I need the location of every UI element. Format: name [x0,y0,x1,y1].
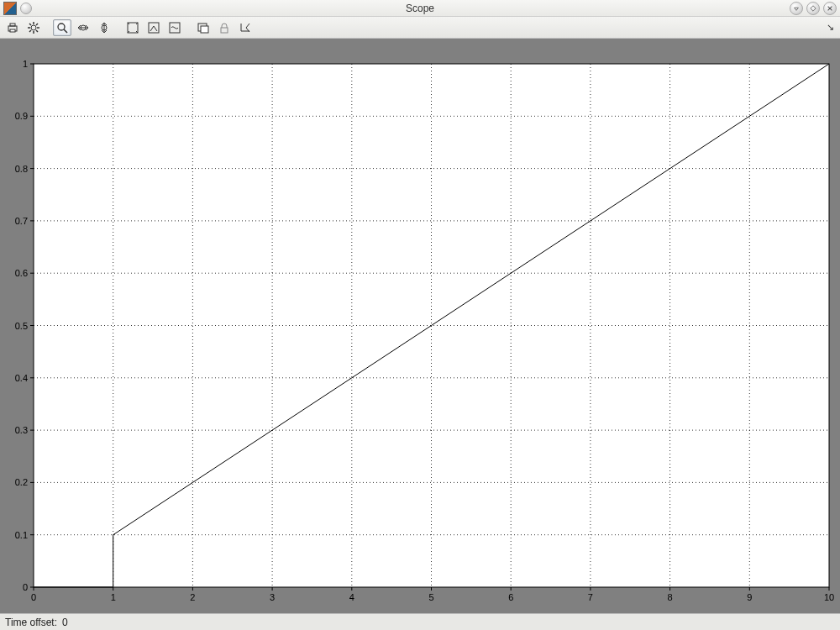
svg-text:2: 2 [190,592,195,602]
svg-rect-23 [221,28,228,33]
bullet-icon [20,3,32,14]
zoom-x-button[interactable] [74,19,92,36]
svg-rect-1 [10,24,15,26]
svg-text:0.8: 0.8 [15,164,28,174]
toolbar-overflow-button[interactable]: ↘ [823,19,837,36]
svg-text:0.6: 0.6 [15,268,28,278]
svg-line-8 [29,24,31,25]
svg-text:4: 4 [349,592,354,602]
parameters-button[interactable] [24,19,43,36]
zoom-x-icon [76,21,90,34]
svg-line-11 [36,24,38,25]
svg-line-10 [29,30,31,32]
svg-point-12 [58,24,65,30]
svg-text:0.5: 0.5 [15,321,28,331]
save-axes-icon [147,21,160,34]
time-offset-value: 0 [62,617,68,628]
floating-scope-button[interactable] [194,19,213,36]
scope-area: 01234567891000.10.20.30.40.50.60.70.80.9… [0,39,840,613]
svg-text:0.9: 0.9 [15,111,28,121]
window-title: Scope [0,3,840,14]
scope-chart[interactable]: 01234567891000.10.20.30.40.50.60.70.80.9… [0,39,840,613]
svg-text:6: 6 [508,592,513,602]
time-offset-label: Time offset: [5,617,57,628]
svg-text:0: 0 [31,592,36,602]
svg-text:0.3: 0.3 [15,425,28,435]
lock-icon [218,21,231,34]
svg-text:10: 10 [824,592,834,602]
svg-rect-19 [149,23,159,33]
close-button[interactable] [823,2,837,15]
svg-text:7: 7 [588,592,593,602]
maximize-button[interactable] [806,2,820,15]
zoom-button[interactable] [53,19,71,36]
svg-rect-22 [201,26,208,33]
floating-scope-icon [197,21,210,34]
overflow-icon: ↘ [827,22,834,33]
gear-icon [27,21,40,34]
restore-axes-icon [168,21,181,34]
restore-axes-button[interactable] [165,19,184,36]
svg-point-3 [31,25,36,30]
svg-text:0.7: 0.7 [15,216,28,226]
svg-text:0.1: 0.1 [15,530,28,540]
svg-text:0: 0 [23,582,28,592]
autoscale-button[interactable] [123,19,142,36]
print-icon [6,21,19,34]
minimize-button[interactable] [790,2,803,15]
zoom-icon [55,21,69,34]
signal-selection-button[interactable] [236,19,255,36]
svg-text:0.2: 0.2 [15,477,28,487]
signal-selection-icon [239,21,252,34]
svg-rect-2 [10,29,15,32]
toolbar: ↘ [0,17,840,39]
svg-text:0.4: 0.4 [15,373,28,383]
svg-line-13 [64,29,67,33]
title-bar: Scope [0,0,840,17]
svg-text:1: 1 [23,59,28,69]
autoscale-icon [126,21,139,34]
svg-text:3: 3 [270,592,275,602]
lock-axes-button[interactable] [215,19,234,36]
zoom-y-icon [97,21,111,34]
zoom-y-button[interactable] [95,19,113,36]
svg-line-9 [36,30,38,32]
status-bar: Time offset: 0 [0,613,840,630]
svg-text:9: 9 [747,592,752,602]
svg-text:5: 5 [428,592,433,602]
svg-text:8: 8 [668,592,673,602]
svg-text:1: 1 [111,592,116,602]
save-axes-button[interactable] [144,19,163,36]
app-icon [3,2,17,15]
print-button[interactable] [3,19,22,36]
